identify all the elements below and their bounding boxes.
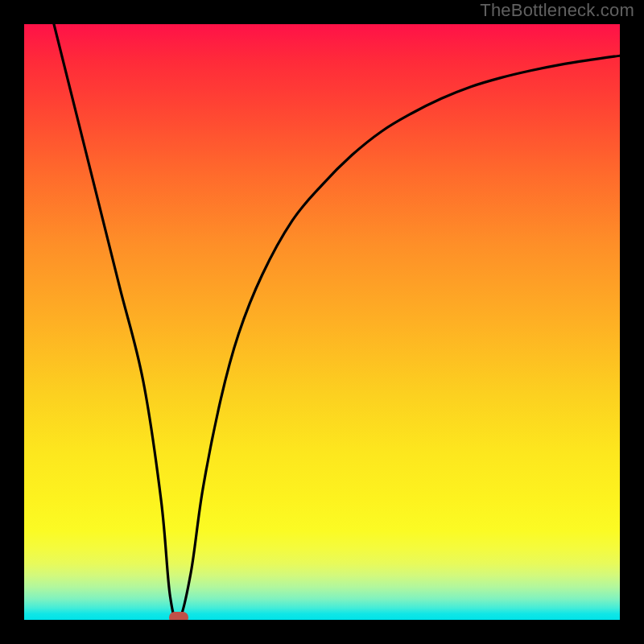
attribution-text: TheBottleneck.com (480, 0, 634, 21)
bottleneck-curve (24, 24, 620, 620)
optimal-point-marker (169, 612, 188, 620)
plot-area (24, 24, 620, 620)
chart-frame: TheBottleneck.com (0, 0, 644, 644)
